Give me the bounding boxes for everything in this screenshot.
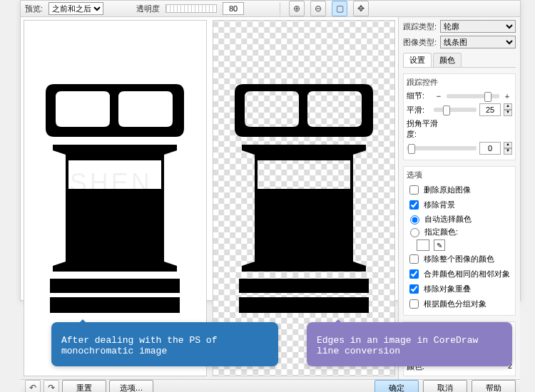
lbl-group-by-color: 根据颜色分组对象: [424, 299, 486, 309]
color-swatch[interactable]: [417, 239, 429, 251]
radio-specify-color[interactable]: [410, 228, 419, 237]
chk-group-by-color[interactable]: [409, 299, 419, 309]
chk-merge-similar[interactable]: [409, 269, 419, 279]
corner-value[interactable]: 0: [479, 142, 501, 155]
detail-label: 细节:: [407, 91, 431, 101]
chk-remove-image-color[interactable]: [409, 254, 419, 264]
app-window: 预览: 之前和之后 透明度 80 ⊕ ⊖ ▢ ✥ SHEN: [20, 0, 521, 301]
lbl-specify-color: 指定颜色:: [424, 227, 458, 237]
opacity-track[interactable]: [165, 4, 217, 13]
chk-remove-bg[interactable]: [409, 200, 419, 210]
lbl-remove-image-color: 移除整个图像的颜色: [424, 254, 494, 264]
reset-button[interactable]: 重置: [62, 380, 106, 392]
smooth-label: 平滑:: [407, 105, 431, 115]
corner-spinner[interactable]: ▲▼: [504, 142, 512, 155]
opacity-value[interactable]: 80: [223, 2, 244, 15]
options-header: 选项: [407, 170, 512, 180]
smooth-slider[interactable]: [434, 108, 477, 112]
cancel-button[interactable]: 取消: [423, 380, 467, 392]
callout-right-text: Edges in an image in CoreDraw line conve…: [317, 335, 478, 356]
corner-slider[interactable]: [407, 146, 477, 150]
lbl-remove-overlap: 移除对象重叠: [424, 284, 471, 294]
zoom-out-icon[interactable]: ⊖: [310, 1, 326, 16]
callout-left: After dealing with the PS of monochromat…: [51, 322, 278, 366]
preview-mode-dropdown[interactable]: 之前和之后: [49, 2, 103, 15]
pan-icon[interactable]: ✥: [353, 1, 369, 16]
minus-icon[interactable]: −: [434, 92, 444, 100]
top-toolbar: 预览: 之前和之后 透明度 80 ⊕ ⊖ ▢ ✥: [21, 1, 520, 17]
lbl-merge-similar: 合并颜色相同的相邻对象: [424, 269, 510, 279]
detail-slider[interactable]: [447, 94, 499, 98]
eyedropper-icon[interactable]: ✎: [434, 239, 445, 251]
options-button[interactable]: 选项…: [109, 380, 153, 392]
trace-controls-group: 跟踪控件 细节: − + 平滑: 25 ▲▼ 拐角平滑度:: [403, 73, 516, 160]
image-type-dropdown[interactable]: 线条图: [440, 36, 516, 48]
preview-label: 预览:: [25, 4, 43, 14]
tab-color[interactable]: 颜色: [433, 53, 462, 67]
lbl-auto-color: 自动选择颜色: [424, 214, 472, 225]
opacity-label: 透明度: [136, 4, 160, 14]
callout-left-text: After dealing with the PS of monochromat…: [61, 335, 217, 356]
chk-remove-overlap[interactable]: [409, 284, 419, 294]
bottom-bar: ↶ ↷ 重置 选项… 确定 取消 帮助: [21, 379, 520, 392]
smooth-value[interactable]: 25: [479, 103, 501, 116]
lbl-delete-original: 删除原始图像: [424, 185, 471, 195]
chk-delete-original[interactable]: [409, 185, 419, 195]
opacity-slider[interactable]: [165, 4, 217, 13]
fit-icon[interactable]: ▢: [332, 1, 347, 16]
undo-icon[interactable]: ↶: [25, 380, 41, 392]
trace-type-label: 跟踪类型:: [403, 21, 437, 32]
corner-label: 拐角平滑度:: [407, 118, 448, 140]
ok-button[interactable]: 确定: [374, 380, 419, 392]
callout-right: Edges in an image in CoreDraw line conve…: [307, 322, 512, 366]
zoom-in-icon[interactable]: ⊕: [289, 1, 305, 16]
trace-type-dropdown[interactable]: 轮廓: [440, 20, 516, 33]
tabs: 设置 颜色: [403, 53, 516, 68]
radio-auto-color[interactable]: [410, 215, 419, 225]
image-type-label: 图像类型:: [403, 37, 437, 48]
redo-icon[interactable]: ↷: [44, 380, 59, 392]
trace-controls-header: 跟踪控件: [407, 77, 512, 88]
lbl-remove-bg: 移除背景: [424, 200, 455, 210]
smooth-spinner[interactable]: ▲▼: [504, 103, 512, 116]
tab-settings[interactable]: 设置: [403, 53, 432, 67]
options-group: 选项 删除原始图像 移除背景 自动选择颜色 指定颜色: ✎ 移除整个图像的颜色 …: [403, 166, 516, 316]
help-button[interactable]: 帮助: [472, 380, 516, 392]
plus-icon[interactable]: +: [502, 92, 512, 100]
